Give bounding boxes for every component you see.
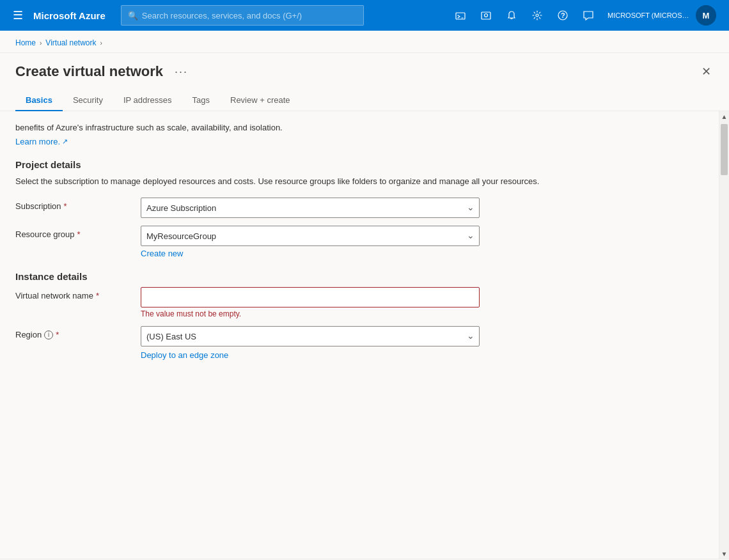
subscription-select-wrapper: Azure Subscription bbox=[141, 198, 480, 218]
tab-review-create[interactable]: Review + create bbox=[220, 90, 301, 111]
region-info-icon[interactable]: i bbox=[44, 331, 53, 339]
main-panel: Create virtual network ··· ✕ Basics Secu… bbox=[0, 53, 729, 559]
tabs-bar: Basics Security IP addresses Tags Review… bbox=[0, 82, 729, 111]
resource-group-control: MyResourceGroup Create new bbox=[141, 226, 480, 258]
tab-tags[interactable]: Tags bbox=[182, 90, 220, 111]
search-placeholder: Search resources, services, and docs (G+… bbox=[142, 11, 302, 20]
virtual-network-name-control: The value must not be empty. bbox=[141, 287, 480, 318]
tab-basics[interactable]: Basics bbox=[15, 90, 63, 111]
resource-group-select[interactable]: MyResourceGroup bbox=[141, 226, 480, 246]
svg-point-3 bbox=[536, 14, 538, 17]
region-select-wrapper: (US) East US bbox=[141, 326, 480, 346]
avatar: M bbox=[696, 5, 716, 26]
breadcrumb-sep-1: › bbox=[40, 40, 42, 47]
directory-icon[interactable] bbox=[474, 4, 498, 27]
panel-header-right: ✕ bbox=[699, 63, 714, 80]
search-bar[interactable]: 🔍 Search resources, services, and docs (… bbox=[121, 5, 364, 26]
feedback-nav-icon[interactable] bbox=[577, 4, 600, 27]
scrollable-content[interactable]: benefits of Azure's infrastructure such … bbox=[0, 111, 719, 559]
breadcrumb-sep-2: › bbox=[100, 40, 102, 47]
panel-header: Create virtual network ··· ✕ bbox=[0, 53, 729, 80]
resource-group-label: Resource group * bbox=[15, 226, 130, 239]
region-select[interactable]: (US) East US bbox=[141, 326, 480, 346]
edge-zone-link[interactable]: Deploy to an edge zone bbox=[141, 350, 228, 360]
account-button[interactable]: MICROSOFT (MICROSOFT.ONMI... M bbox=[602, 5, 721, 26]
more-options-icon[interactable]: ··· bbox=[175, 65, 188, 79]
topnav-icons: ? MICROSOFT (MICROSOFT.ONMI... M bbox=[449, 4, 721, 27]
resource-group-required: * bbox=[77, 229, 81, 239]
instance-details-title: Instance details bbox=[15, 271, 703, 282]
subscription-row: Subscription * Azure Subscription bbox=[15, 198, 703, 218]
virtual-network-name-input[interactable] bbox=[141, 287, 480, 307]
vnet-name-error: The value must not be empty. bbox=[141, 309, 480, 318]
account-text: MICROSOFT (MICROSOFT.ONMI... bbox=[608, 12, 691, 19]
vnet-name-required: * bbox=[96, 291, 99, 300]
region-label: Region i * bbox=[15, 326, 130, 339]
svg-rect-0 bbox=[456, 13, 465, 19]
subscription-label: Subscription * bbox=[15, 198, 130, 211]
resource-group-select-wrapper: MyResourceGroup bbox=[141, 226, 480, 246]
virtual-network-name-label: Virtual network name * bbox=[15, 287, 130, 300]
notifications-icon[interactable] bbox=[500, 4, 523, 27]
tab-security[interactable]: Security bbox=[63, 90, 113, 111]
learn-more-label: Learn more. bbox=[15, 137, 60, 146]
home-link[interactable]: Home bbox=[15, 38, 36, 47]
region-control: (US) East US Deploy to an edge zone bbox=[141, 326, 480, 360]
resource-group-row: Resource group * MyResourceGroup Create … bbox=[15, 226, 703, 258]
top-navigation: ☰ Microsoft Azure 🔍 Search resources, se… bbox=[0, 0, 729, 31]
settings-icon[interactable] bbox=[526, 4, 549, 27]
region-required: * bbox=[56, 330, 59, 339]
svg-text:?: ? bbox=[561, 12, 565, 19]
search-icon: 🔍 bbox=[128, 11, 138, 20]
external-link-icon: ↗ bbox=[62, 137, 68, 146]
subscription-select[interactable]: Azure Subscription bbox=[141, 198, 480, 218]
close-icon[interactable]: ✕ bbox=[699, 63, 714, 80]
breadcrumb: Home › Virtual network › bbox=[0, 31, 729, 53]
project-details-title: Project details bbox=[15, 159, 703, 170]
svg-rect-1 bbox=[482, 12, 490, 19]
learn-more-link[interactable]: Learn more. ↗ bbox=[15, 137, 68, 146]
region-row: Region i * (US) East US Deploy to an edg… bbox=[15, 326, 703, 360]
virtual-network-name-row: Virtual network name * The value must no… bbox=[15, 287, 703, 318]
scroll-arrows: ▲ ▼ bbox=[719, 111, 729, 559]
virtual-network-link[interactable]: Virtual network bbox=[45, 38, 96, 47]
cloud-shell-icon[interactable] bbox=[449, 4, 472, 27]
subscription-required: * bbox=[64, 201, 67, 211]
tab-ip-addresses[interactable]: IP addresses bbox=[113, 90, 182, 111]
scroll-up-arrow[interactable]: ▲ bbox=[719, 111, 729, 121]
hamburger-icon[interactable]: ☰ bbox=[8, 6, 28, 25]
content-area: benefits of Azure's infrastructure such … bbox=[0, 111, 729, 559]
panel-header-left: Create virtual network ··· bbox=[15, 63, 188, 80]
help-icon[interactable]: ? bbox=[551, 4, 574, 27]
scrollbar-thumb bbox=[721, 124, 728, 175]
create-new-link[interactable]: Create new bbox=[141, 249, 183, 258]
svg-point-2 bbox=[485, 14, 488, 17]
subscription-control: Azure Subscription bbox=[141, 198, 480, 218]
project-details-desc: Select the subscription to manage deploy… bbox=[15, 175, 703, 188]
scroll-down-arrow[interactable]: ▼ bbox=[719, 548, 729, 559]
page-title: Create virtual network bbox=[15, 63, 163, 80]
intro-text: benefits of Azure's infrastructure such … bbox=[15, 121, 703, 134]
brand-name: Microsoft Azure bbox=[33, 10, 106, 21]
